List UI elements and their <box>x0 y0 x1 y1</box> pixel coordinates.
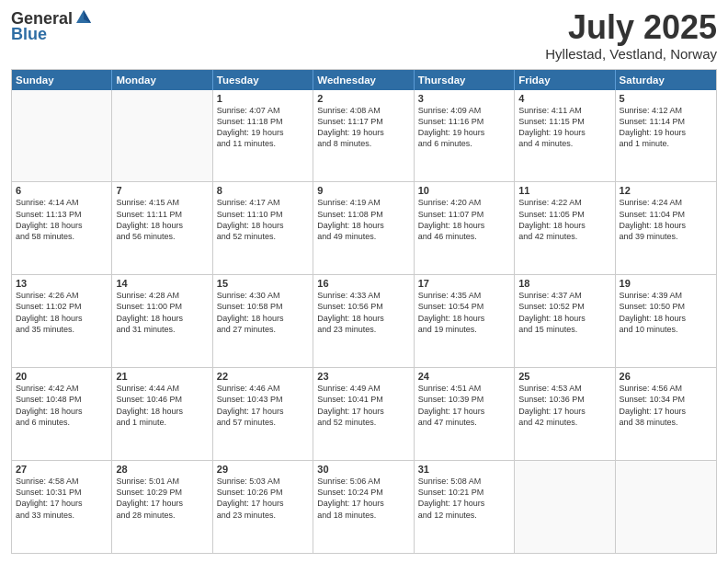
cell-info: Sunrise: 4:14 AM Sunset: 11:13 PM Daylig… <box>16 197 108 242</box>
day-number: 31 <box>418 464 510 475</box>
day-number: 15 <box>217 278 309 289</box>
day-number: 3 <box>418 93 510 104</box>
cell-info: Sunrise: 4:11 AM Sunset: 11:15 PM Daylig… <box>518 105 610 150</box>
calendar-cell <box>112 90 212 182</box>
day-number: 18 <box>518 278 610 289</box>
weekday-header: Sunday <box>12 70 112 90</box>
calendar-cell <box>515 461 615 553</box>
header: General Blue July 2025 Hyllestad, Vestla… <box>11 9 717 62</box>
calendar-cell: 24Sunrise: 4:51 AM Sunset: 10:39 PM Dayl… <box>415 368 515 460</box>
cell-info: Sunrise: 4:07 AM Sunset: 11:18 PM Daylig… <box>217 105 309 150</box>
weekday-header: Thursday <box>415 70 515 90</box>
calendar: SundayMondayTuesdayWednesdayThursdayFrid… <box>11 69 717 554</box>
cell-info: Sunrise: 4:39 AM Sunset: 10:50 PM Daylig… <box>620 290 712 335</box>
calendar-row: 6Sunrise: 4:14 AM Sunset: 11:13 PM Dayli… <box>12 182 716 275</box>
cell-info: Sunrise: 5:06 AM Sunset: 10:24 PM Daylig… <box>317 476 409 521</box>
calendar-cell: 4Sunrise: 4:11 AM Sunset: 11:15 PM Dayli… <box>515 90 615 182</box>
day-number: 29 <box>217 464 309 475</box>
day-number: 28 <box>116 464 208 475</box>
day-number: 19 <box>620 278 712 289</box>
cell-info: Sunrise: 4:26 AM Sunset: 11:02 PM Daylig… <box>16 290 108 335</box>
calendar-cell: 14Sunrise: 4:28 AM Sunset: 11:00 PM Dayl… <box>112 275 212 367</box>
calendar-cell: 27Sunrise: 4:58 AM Sunset: 10:31 PM Dayl… <box>12 461 112 553</box>
calendar-cell: 13Sunrise: 4:26 AM Sunset: 11:02 PM Dayl… <box>12 275 112 367</box>
calendar-cell: 29Sunrise: 5:03 AM Sunset: 10:26 PM Dayl… <box>213 461 313 553</box>
day-number: 22 <box>217 371 309 382</box>
calendar-row: 20Sunrise: 4:42 AM Sunset: 10:48 PM Dayl… <box>12 368 716 461</box>
title-block: July 2025 Hyllestad, Vestland, Norway <box>545 9 717 62</box>
month-title: July 2025 <box>545 9 717 46</box>
calendar-cell: 21Sunrise: 4:44 AM Sunset: 10:46 PM Dayl… <box>112 368 212 460</box>
calendar-cell: 15Sunrise: 4:30 AM Sunset: 10:58 PM Dayl… <box>213 275 313 367</box>
calendar-cell: 30Sunrise: 5:06 AM Sunset: 10:24 PM Dayl… <box>313 461 414 553</box>
location-title: Hyllestad, Vestland, Norway <box>545 46 717 62</box>
cell-info: Sunrise: 4:17 AM Sunset: 11:10 PM Daylig… <box>217 197 309 242</box>
calendar-cell: 1Sunrise: 4:07 AM Sunset: 11:18 PM Dayli… <box>213 90 313 182</box>
cell-info: Sunrise: 5:03 AM Sunset: 10:26 PM Daylig… <box>217 476 309 521</box>
weekday-header: Wednesday <box>313 70 414 90</box>
calendar-cell: 20Sunrise: 4:42 AM Sunset: 10:48 PM Dayl… <box>12 368 112 460</box>
calendar-cell <box>616 461 716 553</box>
cell-info: Sunrise: 4:12 AM Sunset: 11:14 PM Daylig… <box>620 105 712 150</box>
day-number: 30 <box>317 464 409 475</box>
calendar-cell: 26Sunrise: 4:56 AM Sunset: 10:34 PM Dayl… <box>616 368 716 460</box>
day-number: 13 <box>16 278 108 289</box>
calendar-cell: 6Sunrise: 4:14 AM Sunset: 11:13 PM Dayli… <box>12 182 112 274</box>
calendar-cell: 7Sunrise: 4:15 AM Sunset: 11:11 PM Dayli… <box>112 182 212 274</box>
cell-info: Sunrise: 4:20 AM Sunset: 11:07 PM Daylig… <box>418 197 510 242</box>
cell-info: Sunrise: 4:37 AM Sunset: 10:52 PM Daylig… <box>518 290 610 335</box>
calendar-cell: 5Sunrise: 4:12 AM Sunset: 11:14 PM Dayli… <box>616 90 716 182</box>
page-container: General Blue July 2025 Hyllestad, Vestla… <box>0 0 728 563</box>
day-number: 6 <box>16 185 108 196</box>
calendar-cell: 2Sunrise: 4:08 AM Sunset: 11:17 PM Dayli… <box>313 90 414 182</box>
day-number: 16 <box>317 278 409 289</box>
calendar-row: 13Sunrise: 4:26 AM Sunset: 11:02 PM Dayl… <box>12 275 716 368</box>
calendar-cell: 17Sunrise: 4:35 AM Sunset: 10:54 PM Dayl… <box>415 275 515 367</box>
calendar-cell: 16Sunrise: 4:33 AM Sunset: 10:56 PM Dayl… <box>313 275 414 367</box>
cell-info: Sunrise: 4:35 AM Sunset: 10:54 PM Daylig… <box>418 290 510 335</box>
cell-info: Sunrise: 5:01 AM Sunset: 10:29 PM Daylig… <box>116 476 208 521</box>
day-number: 9 <box>317 185 409 196</box>
day-number: 2 <box>317 93 409 104</box>
calendar-cell: 23Sunrise: 4:49 AM Sunset: 10:41 PM Dayl… <box>313 368 414 460</box>
cell-info: Sunrise: 4:24 AM Sunset: 11:04 PM Daylig… <box>620 197 712 242</box>
calendar-cell: 28Sunrise: 5:01 AM Sunset: 10:29 PM Dayl… <box>112 461 212 553</box>
cell-info: Sunrise: 4:22 AM Sunset: 11:05 PM Daylig… <box>518 197 610 242</box>
weekday-header: Monday <box>112 70 212 90</box>
cell-info: Sunrise: 4:33 AM Sunset: 10:56 PM Daylig… <box>317 290 409 335</box>
calendar-row: 27Sunrise: 4:58 AM Sunset: 10:31 PM Dayl… <box>12 461 716 553</box>
calendar-cell: 3Sunrise: 4:09 AM Sunset: 11:16 PM Dayli… <box>415 90 515 182</box>
day-number: 27 <box>16 464 108 475</box>
weekday-header: Saturday <box>616 70 716 90</box>
day-number: 14 <box>116 278 208 289</box>
calendar-cell: 31Sunrise: 5:08 AM Sunset: 10:21 PM Dayl… <box>415 461 515 553</box>
cell-info: Sunrise: 4:19 AM Sunset: 11:08 PM Daylig… <box>317 197 409 242</box>
cell-info: Sunrise: 4:08 AM Sunset: 11:17 PM Daylig… <box>317 105 409 150</box>
day-number: 24 <box>418 371 510 382</box>
cell-info: Sunrise: 4:09 AM Sunset: 11:16 PM Daylig… <box>418 105 510 150</box>
cell-info: Sunrise: 4:15 AM Sunset: 11:11 PM Daylig… <box>116 197 208 242</box>
day-number: 4 <box>518 93 610 104</box>
calendar-cell: 18Sunrise: 4:37 AM Sunset: 10:52 PM Dayl… <box>515 275 615 367</box>
cell-info: Sunrise: 4:42 AM Sunset: 10:48 PM Daylig… <box>16 383 108 428</box>
day-number: 1 <box>217 93 309 104</box>
calendar-cell: 8Sunrise: 4:17 AM Sunset: 11:10 PM Dayli… <box>213 182 313 274</box>
day-number: 26 <box>620 371 712 382</box>
calendar-cell: 9Sunrise: 4:19 AM Sunset: 11:08 PM Dayli… <box>313 182 414 274</box>
day-number: 7 <box>116 185 208 196</box>
calendar-cell: 22Sunrise: 4:46 AM Sunset: 10:43 PM Dayl… <box>213 368 313 460</box>
calendar-row: 1Sunrise: 4:07 AM Sunset: 11:18 PM Dayli… <box>12 90 716 183</box>
day-number: 8 <box>217 185 309 196</box>
day-number: 12 <box>620 185 712 196</box>
day-number: 25 <box>518 371 610 382</box>
calendar-cell: 10Sunrise: 4:20 AM Sunset: 11:07 PM Dayl… <box>415 182 515 274</box>
cell-info: Sunrise: 4:51 AM Sunset: 10:39 PM Daylig… <box>418 383 510 428</box>
day-number: 11 <box>518 185 610 196</box>
day-number: 5 <box>620 93 712 104</box>
cell-info: Sunrise: 4:44 AM Sunset: 10:46 PM Daylig… <box>116 383 208 428</box>
cell-info: Sunrise: 4:58 AM Sunset: 10:31 PM Daylig… <box>16 476 108 521</box>
day-number: 23 <box>317 371 409 382</box>
cell-info: Sunrise: 4:28 AM Sunset: 11:00 PM Daylig… <box>116 290 208 335</box>
calendar-cell: 12Sunrise: 4:24 AM Sunset: 11:04 PM Dayl… <box>616 182 716 274</box>
cell-info: Sunrise: 4:53 AM Sunset: 10:36 PM Daylig… <box>518 383 610 428</box>
